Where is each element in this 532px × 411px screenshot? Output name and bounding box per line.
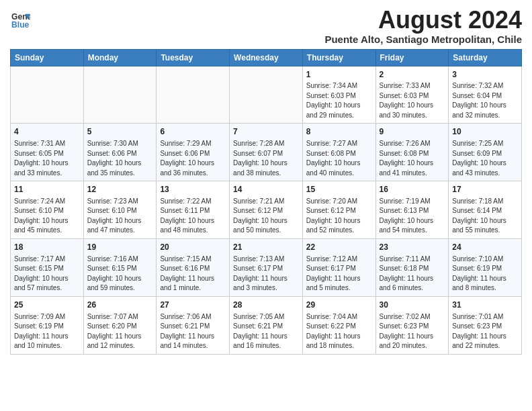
day-number: 8 [306, 126, 372, 138]
calendar-cell-1-5: 1Sunrise: 7:34 AMSunset: 6:03 PMDaylight… [302, 66, 375, 124]
calendar-cell-2-4: 7Sunrise: 7:28 AMSunset: 6:07 PMDaylight… [230, 124, 303, 181]
day-info: Sunrise: 7:21 AMSunset: 6:12 PMDaylight:… [233, 197, 299, 236]
calendar-cell-4-3: 20Sunrise: 7:15 AMSunset: 6:16 PMDayligh… [157, 238, 230, 296]
day-info: Sunrise: 7:34 AMSunset: 6:03 PMDaylight:… [306, 81, 372, 120]
calendar-table: Sunday Monday Tuesday Wednesday Thursday… [10, 49, 522, 355]
day-number: 28 [233, 300, 299, 311]
calendar-subtitle: Puente Alto, Santiago Metropolitan, Chil… [324, 34, 522, 45]
day-number: 10 [452, 126, 518, 138]
day-info: Sunrise: 7:07 AMSunset: 6:20 PMDaylight:… [87, 312, 153, 351]
calendar-cell-2-3: 6Sunrise: 7:29 AMSunset: 6:06 PMDaylight… [157, 124, 230, 181]
day-number: 23 [380, 242, 445, 253]
calendar-cell-2-7: 10Sunrise: 7:25 AMSunset: 6:09 PMDayligh… [449, 124, 522, 181]
calendar-cell-5-3: 27Sunrise: 7:06 AMSunset: 6:21 PMDayligh… [157, 296, 230, 354]
calendar-week-1: 1Sunrise: 7:34 AMSunset: 6:03 PMDaylight… [11, 66, 522, 124]
calendar-cell-1-6: 2Sunrise: 7:33 AMSunset: 6:03 PMDaylight… [375, 66, 449, 124]
day-number: 5 [87, 126, 153, 138]
day-number: 3 [452, 69, 518, 81]
day-number: 25 [14, 300, 80, 311]
day-number: 21 [233, 242, 299, 253]
calendar-cell-3-4: 14Sunrise: 7:21 AMSunset: 6:12 PMDayligh… [230, 181, 303, 239]
day-info: Sunrise: 7:15 AMSunset: 6:16 PMDaylight:… [160, 255, 226, 293]
calendar-cell-1-3 [157, 66, 230, 124]
header-row: Sunday Monday Tuesday Wednesday Thursday… [11, 49, 522, 66]
day-info: Sunrise: 7:32 AMSunset: 6:04 PMDaylight:… [452, 81, 518, 120]
day-info: Sunrise: 7:13 AMSunset: 6:17 PMDaylight:… [233, 255, 299, 293]
day-info: Sunrise: 7:28 AMSunset: 6:07 PMDaylight:… [233, 139, 299, 178]
calendar-cell-1-4 [230, 66, 303, 124]
day-number: 11 [14, 184, 80, 195]
day-info: Sunrise: 7:11 AMSunset: 6:18 PMDaylight:… [380, 255, 445, 293]
day-number: 17 [452, 184, 518, 195]
calendar-cell-5-7: 31Sunrise: 7:01 AMSunset: 6:23 PMDayligh… [449, 296, 522, 354]
calendar-cell-2-2: 5Sunrise: 7:30 AMSunset: 6:06 PMDaylight… [83, 124, 157, 181]
calendar-week-2: 4Sunrise: 7:31 AMSunset: 6:05 PMDaylight… [11, 124, 522, 181]
col-wednesday: Wednesday [230, 49, 303, 66]
calendar-title: August 2024 [324, 7, 522, 34]
calendar-cell-5-1: 25Sunrise: 7:09 AMSunset: 6:19 PMDayligh… [11, 296, 84, 354]
calendar-cell-5-6: 30Sunrise: 7:02 AMSunset: 6:23 PMDayligh… [375, 296, 449, 354]
day-number: 19 [87, 242, 153, 253]
col-saturday: Saturday [449, 49, 522, 66]
calendar-cell-3-3: 13Sunrise: 7:22 AMSunset: 6:11 PMDayligh… [157, 181, 230, 239]
calendar-cell-3-7: 17Sunrise: 7:18 AMSunset: 6:14 PMDayligh… [449, 181, 522, 239]
day-info: Sunrise: 7:17 AMSunset: 6:15 PMDaylight:… [14, 255, 80, 293]
day-info: Sunrise: 7:22 AMSunset: 6:11 PMDaylight:… [160, 197, 226, 236]
day-number: 26 [87, 300, 153, 311]
calendar-cell-3-2: 12Sunrise: 7:23 AMSunset: 6:10 PMDayligh… [83, 181, 157, 239]
col-friday: Friday [375, 49, 449, 66]
logo: General Blue [10, 11, 30, 32]
day-info: Sunrise: 7:18 AMSunset: 6:14 PMDaylight:… [452, 197, 518, 236]
calendar-cell-3-1: 11Sunrise: 7:24 AMSunset: 6:10 PMDayligh… [11, 181, 84, 239]
calendar-cell-3-6: 16Sunrise: 7:19 AMSunset: 6:13 PMDayligh… [375, 181, 449, 239]
day-number: 30 [380, 300, 445, 311]
day-number: 13 [160, 184, 226, 195]
col-sunday: Sunday [11, 49, 84, 66]
day-number: 2 [380, 69, 445, 81]
day-number: 12 [87, 184, 153, 195]
calendar-cell-4-4: 21Sunrise: 7:13 AMSunset: 6:17 PMDayligh… [230, 238, 303, 296]
day-info: Sunrise: 7:30 AMSunset: 6:06 PMDaylight:… [87, 139, 153, 178]
calendar-cell-2-5: 8Sunrise: 7:27 AMSunset: 6:08 PMDaylight… [302, 124, 375, 181]
calendar-cell-5-2: 26Sunrise: 7:07 AMSunset: 6:20 PMDayligh… [83, 296, 157, 354]
calendar-cell-4-7: 24Sunrise: 7:10 AMSunset: 6:19 PMDayligh… [449, 238, 522, 296]
logo-icon: General Blue [11, 11, 30, 30]
day-info: Sunrise: 7:10 AMSunset: 6:19 PMDaylight:… [452, 255, 518, 293]
day-info: Sunrise: 7:16 AMSunset: 6:15 PMDaylight:… [87, 255, 153, 293]
day-number: 16 [380, 184, 445, 195]
calendar-cell-3-5: 15Sunrise: 7:20 AMSunset: 6:12 PMDayligh… [302, 181, 375, 239]
day-info: Sunrise: 7:12 AMSunset: 6:17 PMDaylight:… [306, 255, 372, 293]
calendar-cell-1-7: 3Sunrise: 7:32 AMSunset: 6:04 PMDaylight… [449, 66, 522, 124]
day-info: Sunrise: 7:20 AMSunset: 6:12 PMDaylight:… [306, 197, 372, 236]
calendar-week-5: 25Sunrise: 7:09 AMSunset: 6:19 PMDayligh… [11, 296, 522, 354]
page-header: General Blue August 2024 Puente Alto, Sa… [10, 7, 522, 45]
day-info: Sunrise: 7:19 AMSunset: 6:13 PMDaylight:… [380, 197, 445, 236]
day-info: Sunrise: 7:26 AMSunset: 6:08 PMDaylight:… [380, 139, 445, 178]
col-tuesday: Tuesday [157, 49, 230, 66]
day-number: 20 [160, 242, 226, 253]
day-number: 7 [233, 126, 299, 138]
calendar-cell-4-5: 22Sunrise: 7:12 AMSunset: 6:17 PMDayligh… [302, 238, 375, 296]
day-info: Sunrise: 7:25 AMSunset: 6:09 PMDaylight:… [452, 139, 518, 178]
day-number: 29 [306, 300, 372, 311]
day-number: 18 [14, 242, 80, 253]
day-info: Sunrise: 7:05 AMSunset: 6:21 PMDaylight:… [233, 312, 299, 351]
day-number: 14 [233, 184, 299, 195]
day-info: Sunrise: 7:01 AMSunset: 6:23 PMDaylight:… [452, 312, 518, 351]
day-number: 24 [452, 242, 518, 253]
day-number: 4 [14, 126, 80, 138]
calendar-cell-2-1: 4Sunrise: 7:31 AMSunset: 6:05 PMDaylight… [11, 124, 84, 181]
col-thursday: Thursday [302, 49, 375, 66]
day-info: Sunrise: 7:04 AMSunset: 6:22 PMDaylight:… [306, 312, 372, 351]
day-number: 15 [306, 184, 372, 195]
calendar-cell-2-6: 9Sunrise: 7:26 AMSunset: 6:08 PMDaylight… [375, 124, 449, 181]
day-info: Sunrise: 7:02 AMSunset: 6:23 PMDaylight:… [380, 312, 445, 351]
calendar-cell-5-5: 29Sunrise: 7:04 AMSunset: 6:22 PMDayligh… [302, 296, 375, 354]
calendar-cell-4-1: 18Sunrise: 7:17 AMSunset: 6:15 PMDayligh… [11, 238, 84, 296]
calendar-cell-1-1 [11, 66, 84, 124]
day-number: 9 [380, 126, 445, 138]
calendar-cell-5-4: 28Sunrise: 7:05 AMSunset: 6:21 PMDayligh… [230, 296, 303, 354]
calendar-week-4: 18Sunrise: 7:17 AMSunset: 6:15 PMDayligh… [11, 238, 522, 296]
day-number: 31 [452, 300, 518, 311]
day-number: 6 [160, 126, 226, 138]
